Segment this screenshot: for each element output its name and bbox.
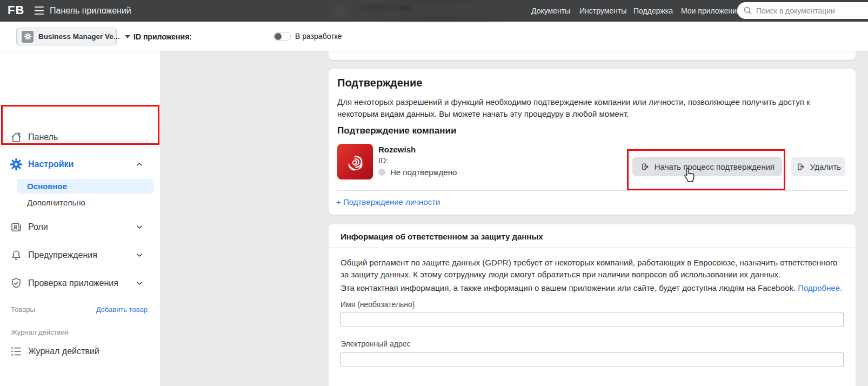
facebook-logo[interactable]: FB xyxy=(8,3,24,17)
search-input[interactable] xyxy=(756,6,864,15)
sidebar-item-label: Панель xyxy=(28,132,58,142)
sidebar-subitem-advanced[interactable]: Дополнительно xyxy=(27,198,85,207)
company-name: Rozewish xyxy=(378,145,416,154)
sidebar-item-label: Журнал действий xyxy=(28,347,99,356)
delete-label: Удалить xyxy=(810,162,841,171)
in-development-label: В разработке xyxy=(295,32,342,41)
dpo-name-input[interactable] xyxy=(340,312,844,327)
sidebar: Панель Настройки Основное Дополнительно … xyxy=(0,51,160,386)
toggle-knob xyxy=(275,33,282,40)
caret-down-icon xyxy=(125,35,130,38)
identity-verification-link[interactable]: + Подтверждение личности xyxy=(336,197,440,207)
sidebar-item-app-review[interactable]: Проверка приложения xyxy=(0,275,160,291)
sidebar-subitem-basic[interactable]: Основное xyxy=(17,179,154,194)
nav-link-docs[interactable]: Документы xyxy=(531,6,570,15)
app-selector-dropdown[interactable]: Business Manager Ve... xyxy=(16,28,117,45)
nav-link-my-apps[interactable]: Мои приложения xyxy=(681,6,741,15)
bell-icon xyxy=(10,249,23,262)
badge-icon xyxy=(10,221,23,234)
shield-check-icon xyxy=(10,277,23,290)
learn-more-link[interactable]: Подробнее. xyxy=(798,283,842,292)
sidebar-item-dashboard[interactable]: Панель xyxy=(0,129,160,145)
top-navigation-bar: FB Панель приложений Документы Инструмен… xyxy=(0,0,868,22)
verification-title: Подтверждение xyxy=(337,77,422,89)
status-text: Не подтверждено xyxy=(390,168,457,177)
activity-log-section-label: Журнал действий xyxy=(11,328,69,336)
dpo-name-label: Имя (необязательно) xyxy=(340,300,415,309)
remove-icon xyxy=(796,162,806,172)
app-icon xyxy=(22,31,34,43)
chevron-down-icon xyxy=(135,251,144,259)
verification-card: Подтверждение Для некоторых разрешений и… xyxy=(329,69,856,215)
sidebar-item-settings[interactable]: Настройки xyxy=(0,156,160,172)
sidebar-item-label: Проверка приложения xyxy=(28,278,118,288)
verification-description: Для некоторых разрешений и функций необх… xyxy=(337,96,845,120)
company-id-label: ID: xyxy=(378,156,388,165)
sidebar-item-label: Настройки xyxy=(28,159,74,169)
sidebar-item-roles[interactable]: Роли xyxy=(0,219,160,235)
company-status: Не подтверждено xyxy=(378,168,457,177)
search-box[interactable] xyxy=(737,2,868,19)
sidebar-item-alerts[interactable]: Предупреждения xyxy=(0,247,160,263)
sidebar-item-label: Роли xyxy=(28,222,48,232)
page-title: Панель приложений xyxy=(50,6,131,16)
dpo-title: Информация об ответственном за защиту да… xyxy=(340,232,543,241)
company-logo xyxy=(337,144,373,179)
nav-link-support[interactable]: Поддержка xyxy=(633,6,673,15)
chevron-down-icon xyxy=(135,279,144,288)
chevron-down-icon xyxy=(135,223,144,231)
dpo-card: Информация об ответственном за защиту да… xyxy=(329,224,856,386)
main-content: Подтверждение Для некоторых разрешений и… xyxy=(160,51,868,386)
status-dot-icon xyxy=(378,169,385,176)
redacted-smudge xyxy=(324,0,551,22)
dpo-card-header: Информация об ответственном за защиту да… xyxy=(329,224,856,248)
sidebar-subitem-label: Основное xyxy=(27,182,67,191)
delete-button[interactable]: Удалить xyxy=(791,157,845,176)
sidebar-item-label: Предупреждения xyxy=(28,250,97,260)
search-icon xyxy=(743,5,753,16)
start-verification-button[interactable]: Начать процесс подтверждения xyxy=(632,157,782,176)
scrolled-card-remnant xyxy=(329,51,856,60)
app-context-bar: Business Manager Ve... ID приложения: В … xyxy=(0,22,868,51)
start-verification-label: Начать процесс подтверждения xyxy=(655,162,774,171)
hamburger-menu-icon[interactable] xyxy=(35,6,44,15)
dpo-paragraph-2: Эта контактная информация, а также инфор… xyxy=(340,282,847,294)
dpo-email-label: Электронный адрес xyxy=(340,340,411,348)
business-verification-subtitle: Подтверждение компании xyxy=(337,125,456,136)
gear-icon xyxy=(10,158,23,171)
nav-link-tools[interactable]: Инструменты xyxy=(579,6,626,15)
app-selector-label: Business Manager Ve... xyxy=(38,32,119,41)
home-icon xyxy=(10,131,23,144)
sidebar-item-activity-log[interactable]: Журнал действий xyxy=(0,343,160,360)
in-development-toggle[interactable] xyxy=(273,32,291,41)
chevron-up-icon xyxy=(135,160,144,169)
app-id-label: ID приложения: xyxy=(133,32,192,41)
dpo-paragraph-1: Общий регламент по защите данных (GDPR) … xyxy=(340,257,847,281)
list-icon xyxy=(10,345,23,358)
start-process-icon xyxy=(640,162,650,172)
divider xyxy=(337,190,847,191)
dpo-email-input[interactable] xyxy=(340,352,844,367)
products-section-label: Товары xyxy=(11,305,35,314)
add-product-link[interactable]: Добавить товар xyxy=(96,305,148,314)
